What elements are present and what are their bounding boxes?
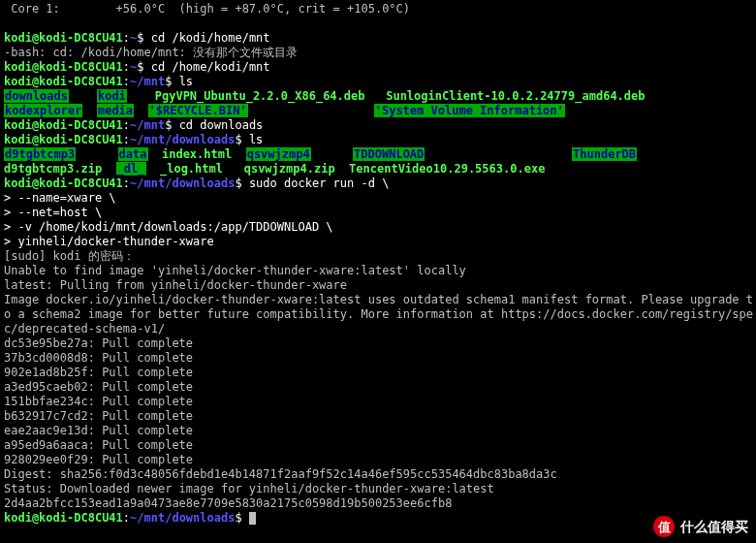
pull-line: 928029ee0f29: Pull complete [4, 453, 752, 467]
docker-output: Unable to find image 'yinheli/docker-thu… [4, 264, 752, 278]
pull-line: 151bbfae234c: Pull complete [4, 395, 752, 409]
docker-output: o a schema2 image for better future comp… [4, 307, 752, 322]
prompt-line[interactable]: kodi@kodi-DC8CU41:~/mnt/downloads$ [4, 511, 752, 526]
pull-line: eae2aac9e13d: Pull complete [4, 424, 752, 438]
digest-line: Digest: sha256:f0d3c48056fdebd1e4b14871f… [4, 467, 752, 482]
cont-line[interactable]: > --net=host \ [4, 206, 752, 220]
ls-row: d9tgbtcmp3 data index.html qsvwjzmp4 TDD… [4, 147, 752, 162]
prompt-line[interactable]: kodi@kodi-DC8CU41:~/mnt$ cd downloads [4, 118, 752, 133]
cursor-icon [249, 512, 256, 525]
sudo-prompt[interactable]: [sudo] kodi 的密码： [4, 249, 752, 264]
prompt-line[interactable]: kodi@kodi-DC8CU41:~$ cd /home/kodi/mnt [4, 60, 752, 75]
cont-line[interactable]: > yinheli/docker-thunder-xware [4, 235, 752, 249]
pull-line: dc53e95be27a: Pull complete [4, 336, 752, 351]
cont-line[interactable]: > -v /home/kodi/mnt/downloads:/app/TDDOW… [4, 220, 752, 235]
docker-output: Image docker.io/yinheli/docker-thunder-x… [4, 293, 752, 307]
ls-row: d9tgbtcmp3.zip _dl_ _log.html qsvwjzmp4.… [4, 162, 752, 176]
cont-line[interactable]: > --name=xware \ [4, 191, 752, 206]
docker-output: c/deprecated-schema-v1/ [4, 322, 752, 336]
pull-line: 902e1ad8b25f: Pull complete [4, 366, 752, 380]
status-line: Status: Downloaded newer image for yinhe… [4, 482, 752, 496]
bash-error: -bash: cd: /kodi/home/mnt: 没有那个文件或目录 [4, 46, 752, 60]
sensor-line: Core 1: +56.0°C (high = +87.0°C, crit = … [4, 2, 752, 16]
pull-line: a95ed9a6aaca: Pull complete [4, 438, 752, 453]
prompt-line[interactable]: kodi@kodi-DC8CU41:~$ cd /kodi/home/mnt [4, 31, 752, 46]
pull-line: 37b3cd0008d8: Pull complete [4, 351, 752, 366]
pull-line: a3ed95caeb02: Pull complete [4, 380, 752, 395]
prompt-line[interactable]: kodi@kodi-DC8CU41:~/mnt/downloads$ sudo … [4, 176, 752, 191]
watermark-text: 什么值得买 [680, 520, 748, 534]
watermark: 值 什么值得买 [653, 516, 748, 537]
prompt-line[interactable]: kodi@kodi-DC8CU41:~/mnt$ ls [4, 75, 752, 89]
ls-row: kodexplorer media '$RECYCLE.BIN' 'System… [4, 104, 752, 118]
prompt-line[interactable]: kodi@kodi-DC8CU41:~/mnt/downloads$ ls [4, 133, 752, 147]
pull-line: b632917c7cd2: Pull complete [4, 409, 752, 424]
container-id: 2d4aa2bfcc153ead1a9a0473ae8e7709e5830a21… [4, 496, 752, 511]
smzdm-logo-icon: 值 [653, 516, 675, 537]
ls-row: downloads kodi PgyVPN_Ubuntu_2.2.0_X86_6… [4, 89, 752, 104]
docker-output: latest: Pulling from yinheli/docker-thun… [4, 278, 752, 293]
